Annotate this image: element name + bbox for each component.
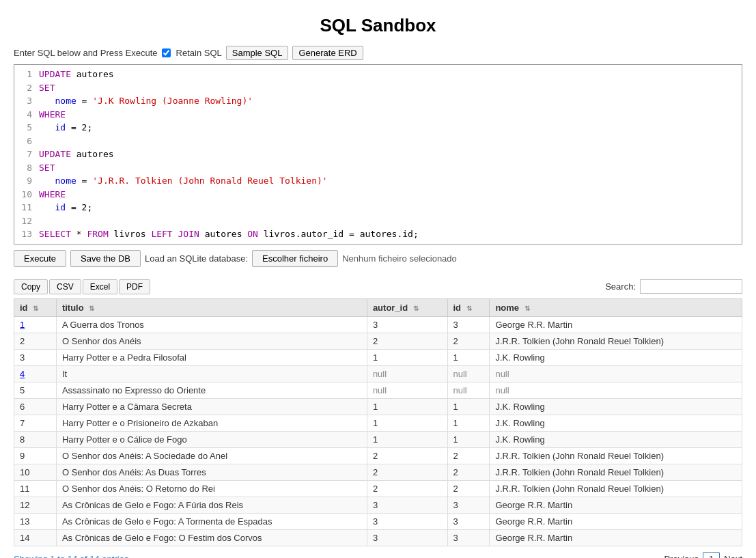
cell-id: 1 xyxy=(14,316,57,333)
cell-autor-id: 1 xyxy=(367,349,447,365)
cell-id: 8 xyxy=(14,431,57,447)
cell-titulo: Harry Potter e a Pedra Filosofal xyxy=(56,349,367,365)
generate-erd-button[interactable]: Generate ERD xyxy=(292,46,363,60)
cell-id2: 1 xyxy=(447,398,490,415)
results-table: id ⇅titulo ⇅autor_id ⇅id ⇅nome ⇅ 1A Guer… xyxy=(14,298,742,546)
pdf-button[interactable]: PDF xyxy=(119,279,150,294)
execute-instruction: Enter SQL below and Press Execute xyxy=(14,48,158,58)
cell-titulo: Harry Potter e o Cálice de Fogo xyxy=(56,431,367,447)
cell-autor-id: 2 xyxy=(367,333,447,349)
cell-id2: 2 xyxy=(447,480,490,497)
table-row: 7Harry Potter e o Prisioneiro de Azkaban… xyxy=(14,415,742,431)
cell-id2: 1 xyxy=(447,415,490,431)
column-header-nome[interactable]: nome ⇅ xyxy=(490,298,742,316)
cell-id2: null xyxy=(447,382,490,398)
cell-nome: George R.R. Martin xyxy=(490,529,742,546)
code-line: 3 nome = 'J.K Rowling (Joanne Rowling)' xyxy=(14,94,742,108)
current-page[interactable]: 1 xyxy=(703,552,720,559)
toolbar-row: Enter SQL below and Press Execute Retain… xyxy=(14,46,742,60)
cell-id: 5 xyxy=(14,382,57,398)
cell-titulo: A Guerra dos Tronos xyxy=(56,316,367,333)
action-row: Execute Save the DB Load an SQLite datab… xyxy=(14,250,742,267)
row-id-link[interactable]: 4 xyxy=(20,369,25,379)
cell-autor-id: null xyxy=(367,382,447,398)
code-line: 11 id = 2; xyxy=(14,201,742,214)
cell-nome: George R.R. Martin xyxy=(490,316,742,333)
search-label: Search: xyxy=(605,281,636,292)
cell-autor-id: null xyxy=(367,365,447,382)
sql-editor[interactable]: 1UPDATE autores2SET3 nome = 'J.K Rowling… xyxy=(14,64,742,245)
code-line: 13SELECT * FROM livros LEFT JOIN autores… xyxy=(14,227,742,241)
code-line: 5 id = 2; xyxy=(14,121,742,135)
cell-id: 2 xyxy=(14,333,57,349)
code-line: 1UPDATE autores xyxy=(14,68,742,81)
table-header: id ⇅titulo ⇅autor_id ⇅id ⇅nome ⇅ xyxy=(14,298,742,316)
copy-button[interactable]: Copy xyxy=(14,279,48,294)
table-row: 5Assassinato no Expresso do Orientenulln… xyxy=(14,382,742,398)
cell-id2: 1 xyxy=(447,349,490,365)
cell-nome: George R.R. Martin xyxy=(490,497,742,513)
cell-nome: J.R.R. Tolkien (John Ronald Reuel Tolkie… xyxy=(490,333,742,349)
column-header-autor_id[interactable]: autor_id ⇅ xyxy=(367,298,447,316)
code-line: 8SET xyxy=(14,161,742,175)
sort-icon: ⇅ xyxy=(413,305,419,312)
cell-nome: George R.R. Martin xyxy=(490,513,742,529)
sample-sql-button[interactable]: Sample SQL xyxy=(226,46,289,60)
export-buttons: CopyCSVExcelPDF xyxy=(14,279,150,294)
table-row: 1A Guerra dos Tronos33George R.R. Martin xyxy=(14,316,742,333)
retain-sql-label: Retain SQL xyxy=(176,48,222,58)
choose-file-button[interactable]: Escolher ficheiro xyxy=(252,250,338,267)
cell-id: 6 xyxy=(14,398,57,415)
sort-icon: ⇅ xyxy=(466,305,472,312)
row-id-link[interactable]: 1 xyxy=(20,320,25,330)
cell-id2: 2 xyxy=(447,464,490,480)
sort-icon: ⇅ xyxy=(33,305,38,312)
cell-nome: null xyxy=(490,365,742,382)
cell-id: 11 xyxy=(14,480,57,497)
cell-nome: J.R.R. Tolkien (John Ronald Reuel Tolkie… xyxy=(490,447,742,464)
column-header-id[interactable]: id ⇅ xyxy=(14,298,57,316)
cell-autor-id: 3 xyxy=(367,513,447,529)
code-line: 6 xyxy=(14,135,742,148)
save-db-button[interactable]: Save the DB xyxy=(70,250,141,267)
cell-autor-id: 3 xyxy=(367,529,447,546)
code-line: 7UPDATE autores xyxy=(14,148,742,161)
column-header-id2[interactable]: id ⇅ xyxy=(447,298,490,316)
cell-id2: 3 xyxy=(447,316,490,333)
cell-id: 3 xyxy=(14,349,57,365)
csv-button[interactable]: CSV xyxy=(49,279,81,294)
cell-nome: J.K. Rowling xyxy=(490,349,742,365)
search-input[interactable] xyxy=(640,279,742,294)
cell-autor-id: 1 xyxy=(367,431,447,447)
table-row: 4Itnullnullnull xyxy=(14,365,742,382)
cell-autor-id: 2 xyxy=(367,480,447,497)
search-area: Search: xyxy=(605,279,742,294)
cell-id2: 1 xyxy=(447,431,490,447)
retain-sql-checkbox[interactable] xyxy=(162,48,171,57)
cell-titulo: Harry Potter e o Prisioneiro de Azkaban xyxy=(56,415,367,431)
table-row: 13As Crônicas de Gelo e Fogo: A Tormenta… xyxy=(14,513,742,529)
cell-nome: J.R.R. Tolkien (John Ronald Reuel Tolkie… xyxy=(490,464,742,480)
cell-id2: 3 xyxy=(447,513,490,529)
column-header-titulo[interactable]: titulo ⇅ xyxy=(56,298,367,316)
cell-nome: null xyxy=(490,382,742,398)
execute-button[interactable]: Execute xyxy=(14,250,66,267)
cell-id: 7 xyxy=(14,415,57,431)
cell-id: 12 xyxy=(14,497,57,513)
table-row: 6Harry Potter e a Câmara Secreta11J.K. R… xyxy=(14,398,742,415)
sort-icon: ⇅ xyxy=(89,305,94,312)
cell-autor-id: 3 xyxy=(367,497,447,513)
code-line: 4WHERE xyxy=(14,108,742,122)
cell-id: 9 xyxy=(14,447,57,464)
code-line: 12 xyxy=(14,214,742,228)
code-line: 10WHERE xyxy=(14,188,742,201)
table-row: 10O Senhor dos Anéis: As Duas Torres22J.… xyxy=(14,464,742,480)
excel-button[interactable]: Excel xyxy=(83,279,117,294)
file-status: Nenhum ficheiro selecionado xyxy=(342,253,457,264)
table-row: 8Harry Potter e o Cálice de Fogo11J.K. R… xyxy=(14,431,742,447)
cell-titulo: Assassinato no Expresso do Oriente xyxy=(56,382,367,398)
table-row: 14As Crônicas de Gelo e Fogo: O Festim d… xyxy=(14,529,742,546)
cell-titulo: O Senhor dos Anéis: O Retorno do Rei xyxy=(56,480,367,497)
table-row: 11O Senhor dos Anéis: O Retorno do Rei22… xyxy=(14,480,742,497)
cell-titulo: As Crônicas de Gelo e Fogo: O Festim dos… xyxy=(56,529,367,546)
